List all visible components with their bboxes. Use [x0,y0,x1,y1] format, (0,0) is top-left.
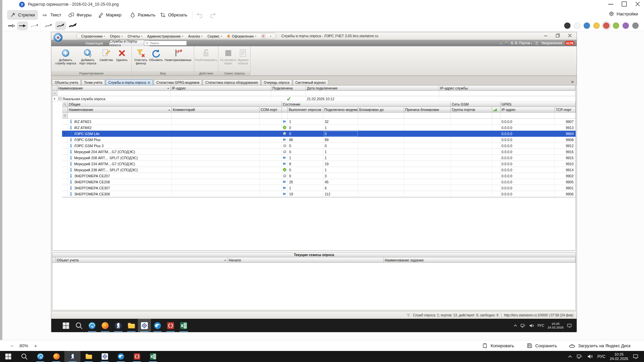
color-swatch[interactable] [564,22,571,29]
table-row[interactable]: ЛЭРС GSM Plus86890.0.0.09908 [62,137,576,143]
menu-4[interactable]: Администрирование▾ [147,34,183,38]
excel-taskbar-button[interactable] [145,351,161,362]
tool-marker-tool[interactable]: Маркер [95,10,124,20]
add-service-button[interactable]: Добавитьслужбу опроса [55,48,76,65]
color-swatch[interactable] [632,22,639,29]
firefox-taskbar-button[interactable] [48,351,64,362]
tray-chevron-icon[interactable] [514,324,517,327]
doc-tab-6[interactable]: Очередь опроса [261,79,292,85]
close-tab-strip-icon[interactable]: ✕ [571,80,574,84]
table-row[interactable]: Меркурий 204 ARTM....G7 (СПОДЭС)010.0.0.… [62,149,576,155]
table-row[interactable]: ЭНЕРГОМЕРА CE308191120.0.0.09906 [62,191,576,197]
column-header[interactable]: Выполняет опросов [288,107,323,113]
exit-menu-button[interactable] [261,34,265,38]
yandex-browser-taskbar-button[interactable] [112,319,125,332]
filter-cell[interactable] [500,113,555,119]
doc-tab-2[interactable]: Точки учёта [82,79,105,85]
redo-icon[interactable] [209,11,216,19]
doc-tab-1[interactable]: Объекты учета [52,79,81,85]
arrow-dashed-button[interactable] [29,21,40,30]
collapse-ribbon-icon[interactable]: ▲ [500,42,502,44]
doc-tab-7[interactable]: Системный журнал [293,79,328,85]
refresh-button[interactable]: Обновить [149,48,163,62]
table-row[interactable]: Меркурий 238 ART.... SPLIT (СПОДЭС)010.0… [62,167,576,173]
filter-cell[interactable] [404,113,451,119]
scribble-thin-button[interactable] [43,21,54,30]
speaker-icon[interactable] [587,354,593,359]
lers-restore-icon[interactable] [555,33,560,38]
red-app-taskbar-button[interactable] [129,351,145,362]
column-header[interactable]: IP-адрес [500,107,555,113]
close-icon[interactable] [635,1,641,7]
delete-button[interactable]: Удалить [116,48,127,62]
user-name[interactable]: А. В. Паутов ▾ [511,41,532,45]
column-header[interactable]: Объект учета▲ [56,257,228,263]
table-row[interactable]: ▸ЛЭРС GSM Lite000.0.0.09904 [62,131,576,137]
filter-cell[interactable] [555,113,576,119]
edge-taskbar-button[interactable] [86,319,99,332]
barrier-button[interactable]: Неавторизованные [165,48,192,62]
tool-shapes-tool[interactable]: Фигуры [65,10,95,20]
color-swatch[interactable] [574,22,580,29]
filter-cell[interactable] [260,113,282,119]
table-row[interactable]: iRZ ATM42010.0.0.09913 [62,125,576,131]
filter-cell[interactable] [68,113,172,119]
clock[interactable]: 10:2524.02.2026 [610,352,628,361]
start-taskbar-button[interactable] [59,319,72,332]
column-header[interactable]: Начало [228,257,384,263]
clock[interactable]: 10:2524.02.2026 [547,322,564,329]
search-taskbar-button[interactable] [72,319,86,332]
filter-cell[interactable] [171,91,271,96]
menu-2[interactable]: Опрос▾ [110,34,123,38]
filter-cell[interactable] [358,113,404,119]
column-header[interactable]: Наименование задания [384,257,576,263]
service-row[interactable]: ▸Локальная служба опроса21.02.2026 10:12 [52,96,576,102]
doc-tab-3[interactable]: Службы и порты опроса⊗ [106,79,153,85]
color-swatch[interactable] [623,22,629,29]
menu-3[interactable]: Отчеты▾ [127,34,142,38]
column-header[interactable]: IP-адрес службы [439,85,575,91]
properties-button[interactable]: Свойства [100,48,113,62]
thunderbird-taskbar-button[interactable] [151,319,164,332]
filter-cell[interactable] [271,91,306,96]
filter-cell[interactable] [323,113,358,119]
table-row[interactable]: ЛЭРС GSM Plus 3000.0.0.09912 [62,143,576,149]
tool-text-tool[interactable]: AaТекст [39,10,64,20]
yandex-browser-taskbar-button[interactable] [64,351,80,362]
arrow-outline-button[interactable] [6,21,17,30]
tool-arrow-tool[interactable]: Стрелки [7,10,38,20]
filter-cell[interactable] [492,113,500,119]
red-app-taskbar-button[interactable] [164,319,177,332]
color-swatch[interactable] [593,22,600,29]
settings-button[interactable]: Настройки [609,11,638,16]
lers-close-icon[interactable] [567,33,573,38]
menu-1[interactable]: Справочники▾ [81,34,105,38]
notifications-label[interactable]: Уведомления [541,41,562,45]
clipboard-button[interactable]: Копировать [482,343,514,348]
explorer-taskbar-button[interactable] [80,351,97,362]
filter-cell[interactable] [172,113,260,119]
action-center-icon[interactable] [633,354,639,359]
column-header[interactable]: IP-адрес [171,85,271,91]
column-header[interactable]: Наименование▲ [57,85,171,91]
tool-blur-tool[interactable]: Размыть [127,10,158,20]
close-tab-icon[interactable]: ⊗ [147,81,150,84]
table-row[interactable]: ЭНЕРГОМЕРА CE207030.0.0.09902 [62,173,576,179]
column-header[interactable]: Подключено модемов [323,107,358,113]
editor-canvas[interactable]: Справочники▾Опрос▾Отчеты▾Администрирован… [2,31,644,340]
column-header[interactable]: Комментарий [172,107,260,113]
tool-crop-tool[interactable]: Обрезать [157,10,190,20]
tray-chevron-icon[interactable] [568,355,572,358]
color-swatch[interactable] [584,22,590,29]
filter-cell[interactable] [439,91,575,96]
color-swatch[interactable] [613,22,619,29]
floppy-button[interactable]: Сохранить [526,343,557,348]
row-expander[interactable]: ▸ [52,96,57,102]
zoom-out-button[interactable]: − [9,343,15,349]
menu-5[interactable]: Анализ▾ [188,34,202,38]
lers-minimize-icon[interactable] [543,33,548,38]
column-header[interactable]: Причина блокировки [404,107,451,113]
network-icon[interactable] [521,323,526,328]
scribble-medium-button[interactable] [55,21,66,30]
filter-cell[interactable] [282,113,288,119]
